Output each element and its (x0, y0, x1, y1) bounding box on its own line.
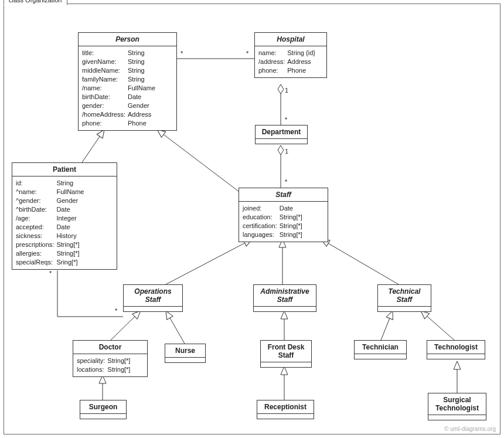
attr-cell: Phone (287, 66, 318, 75)
attr-cell: id: (16, 179, 56, 188)
class-nurse: Nurse (165, 344, 206, 363)
class-hospital-attrs: name:String {id}/address:Addressphone:Ph… (255, 46, 326, 77)
class-receptionist-name: Receptionist (257, 400, 314, 413)
mult-hosp-dept-star: * (285, 116, 287, 123)
class-surgeon-empty (80, 413, 126, 419)
attr-cell: accepted: (16, 223, 56, 232)
class-doctor-name: Doctor (73, 341, 147, 354)
class-hospital: Hospital name:String {id}/address:Addres… (254, 32, 327, 78)
class-receptionist-empty (257, 413, 314, 419)
attr-cell: speciality: (77, 356, 107, 365)
attr-cell: String (128, 57, 158, 66)
attr-cell: languages: (243, 230, 280, 239)
attr-cell: Sring[*] (56, 258, 86, 267)
class-patient-name: Patient (12, 163, 117, 176)
class-staff-attrs: joined:Dateeducation:String[*]certificat… (239, 202, 328, 242)
attr-cell: Address (287, 57, 318, 66)
attr-cell: Date (56, 223, 86, 232)
class-hospital-name: Hospital (255, 33, 326, 46)
attr-cell: FullName (128, 84, 158, 93)
attr-cell: String[*] (280, 213, 305, 222)
class-nurse-name: Nurse (165, 344, 205, 357)
mult-person-hosp-b: * (246, 50, 248, 57)
attr-cell: phone: (82, 119, 128, 128)
class-patient-attrs: id:String^name:FullName^gender:Gender^bi… (12, 176, 117, 269)
class-technician: Technician (354, 340, 407, 359)
class-front-desk-staff-name: Front Desk Staff (261, 341, 311, 362)
attr-cell: givenName: (82, 57, 128, 66)
attr-cell: String (128, 75, 158, 84)
attr-cell: FullName (56, 188, 86, 196)
attr-cell: ^name: (16, 188, 56, 196)
class-technologist-empty (427, 354, 485, 359)
attr-cell: specialReqs: (16, 258, 56, 267)
attr-cell: String (128, 66, 158, 75)
class-surgeon: Surgeon (80, 400, 127, 419)
frame-title: class Organization (4, 0, 67, 5)
class-patient: Patient id:String^name:FullName^gender:G… (12, 162, 117, 270)
attr-cell: /homeAddress: (82, 110, 128, 119)
attr-cell: Phone (128, 119, 158, 128)
class-administrative-staff-empty (254, 306, 316, 311)
class-technical-staff: Technical Staff (377, 284, 431, 312)
attr-cell: Gender (56, 196, 86, 205)
attr-cell: allergies: (16, 249, 56, 258)
mult-dept-staff-1: 1 (285, 148, 288, 155)
class-operations-staff-empty (124, 306, 182, 311)
class-operations-staff-name: Operations Staff (124, 285, 182, 306)
mult-person-hosp-a: * (181, 50, 183, 57)
class-surgical-technologist-empty (428, 415, 486, 420)
mult-dept-staff-star: * (285, 178, 287, 185)
class-staff-name: Staff (239, 188, 328, 202)
attr-cell: locations: (77, 365, 107, 374)
attr-cell: gender: (82, 101, 128, 110)
attr-cell: String[*] (56, 249, 86, 258)
mult-pat-ops-a: * (49, 270, 52, 277)
class-surgeon-name: Surgeon (80, 400, 126, 413)
class-technologist-name: Technologist (427, 341, 485, 354)
uml-diagram-canvas: class Organization (0, 0, 504, 438)
attr-cell: familyName: (82, 75, 128, 84)
class-technician-name: Technician (355, 341, 406, 354)
class-administrative-staff: Administrative Staff (253, 284, 316, 312)
class-operations-staff: Operations Staff (123, 284, 183, 312)
attr-cell: /age: (16, 214, 56, 223)
attr-cell: middleName: (82, 66, 128, 75)
attr-cell: History (56, 232, 86, 240)
class-technical-staff-name: Technical Staff (378, 285, 431, 306)
attr-cell: education: (243, 213, 280, 222)
class-technologist: Technologist (427, 340, 485, 359)
class-department-empty (256, 138, 307, 144)
attr-cell: Gender (128, 101, 158, 110)
class-technical-staff-empty (378, 306, 431, 311)
mult-pat-ops-b: * (115, 307, 117, 314)
class-staff: Staff joined:Dateeducation:String[*]cert… (239, 188, 328, 242)
attr-cell: String (56, 179, 86, 188)
class-doctor: Doctor speciality:String[*]locations:Str… (73, 340, 148, 377)
class-receptionist: Receptionist (257, 400, 314, 419)
attr-cell: String[*] (280, 230, 305, 239)
attr-cell: name: (258, 49, 287, 57)
class-surgical-technologist: Surgical Technologist (428, 393, 486, 420)
class-nurse-empty (165, 357, 205, 362)
class-technician-empty (355, 354, 406, 359)
mult-hosp-dept-1: 1 (285, 87, 288, 94)
attr-cell: String[*] (107, 365, 132, 374)
attr-cell: ^gender: (16, 196, 56, 205)
attr-cell: certification: (243, 222, 280, 230)
attr-cell: Address (128, 110, 158, 119)
attr-cell: String[*] (107, 356, 132, 365)
attr-cell: title: (82, 49, 128, 57)
attr-cell: prescriptions: (16, 240, 56, 249)
attr-cell: Integer (56, 214, 86, 223)
class-person-attrs: title:StringgivenName:StringmiddleName:S… (79, 46, 176, 130)
attr-cell: /address: (258, 57, 287, 66)
attr-cell: Date (280, 204, 305, 213)
attr-cell: joined: (243, 204, 280, 213)
class-department-name: Department (256, 125, 307, 138)
attr-cell: ^birthDate: (16, 205, 56, 214)
attr-cell: String {id} (287, 49, 318, 57)
class-front-desk-staff: Front Desk Staff (260, 340, 312, 368)
class-surgical-technologist-name: Surgical Technologist (428, 393, 486, 415)
credit-text: © uml-diagrams.org (444, 426, 496, 432)
